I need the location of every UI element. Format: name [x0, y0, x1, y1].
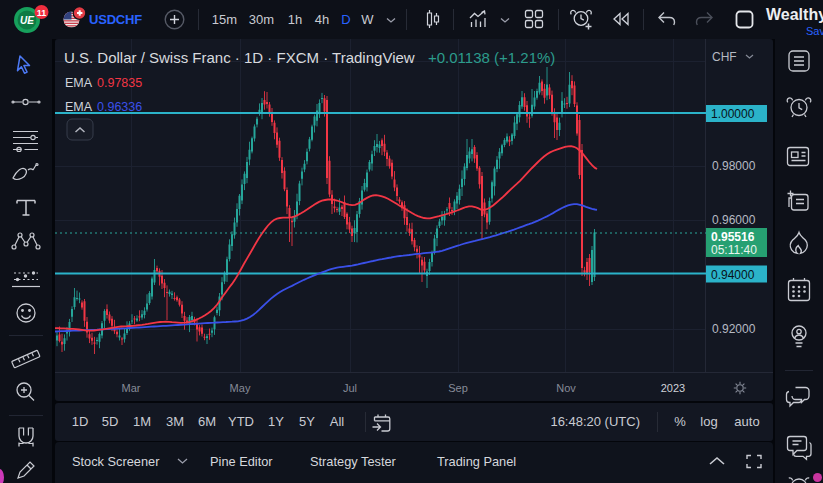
svg-text:EMA: EMA	[65, 76, 93, 90]
svg-text:auto: auto	[734, 414, 759, 429]
svg-text:Jul: Jul	[343, 382, 357, 394]
svg-text:1.00000: 1.00000	[711, 107, 755, 121]
svg-text:May: May	[230, 382, 251, 394]
svg-text:0.95516: 0.95516	[711, 230, 755, 244]
svg-text:5Y: 5Y	[299, 414, 315, 429]
svg-text:Trading Panel: Trading Panel	[437, 454, 516, 469]
svg-text:5D: 5D	[102, 414, 119, 429]
svg-text:3M: 3M	[166, 414, 184, 429]
svg-text:Mar: Mar	[122, 382, 141, 394]
svg-text:%: %	[674, 414, 686, 429]
svg-text:Stock Screener: Stock Screener	[72, 454, 160, 469]
svg-text:11: 11	[37, 8, 47, 18]
svg-text:6M: 6M	[198, 414, 216, 429]
svg-text:2023: 2023	[661, 382, 685, 394]
svg-text:1Y: 1Y	[268, 414, 284, 429]
svg-text:05:11:40: 05:11:40	[711, 243, 757, 257]
svg-text:1M: 1M	[133, 414, 151, 429]
svg-text:All: All	[330, 414, 345, 429]
svg-text:Nov: Nov	[556, 382, 576, 394]
svg-text:0.96336: 0.96336	[97, 100, 142, 114]
svg-text:EMA: EMA	[65, 100, 93, 114]
svg-text:1D: 1D	[72, 414, 89, 429]
svg-text:0.97835: 0.97835	[97, 76, 142, 90]
svg-text:0.94000: 0.94000	[711, 268, 755, 282]
svg-text:Strategy Tester: Strategy Tester	[310, 454, 397, 469]
svg-text:0.98000: 0.98000	[712, 159, 756, 173]
svg-text:log: log	[700, 414, 717, 429]
svg-text:UE: UE	[20, 15, 34, 26]
svg-text:+0.01138 (+1.21%): +0.01138 (+1.21%)	[428, 49, 555, 66]
svg-text:U.S. Dollar / Swiss Franc · 1D: U.S. Dollar / Swiss Franc · 1D · FXCM · …	[64, 49, 415, 66]
svg-text:0.92000: 0.92000	[712, 322, 756, 336]
svg-text:0.96000: 0.96000	[712, 213, 756, 227]
svg-text:Pine Editor: Pine Editor	[210, 454, 273, 469]
svg-text:YTD: YTD	[228, 414, 254, 429]
svg-text:16:48:20 (UTC): 16:48:20 (UTC)	[550, 414, 640, 429]
svg-text:CHF: CHF	[712, 50, 737, 64]
svg-text:Sep: Sep	[448, 382, 468, 394]
